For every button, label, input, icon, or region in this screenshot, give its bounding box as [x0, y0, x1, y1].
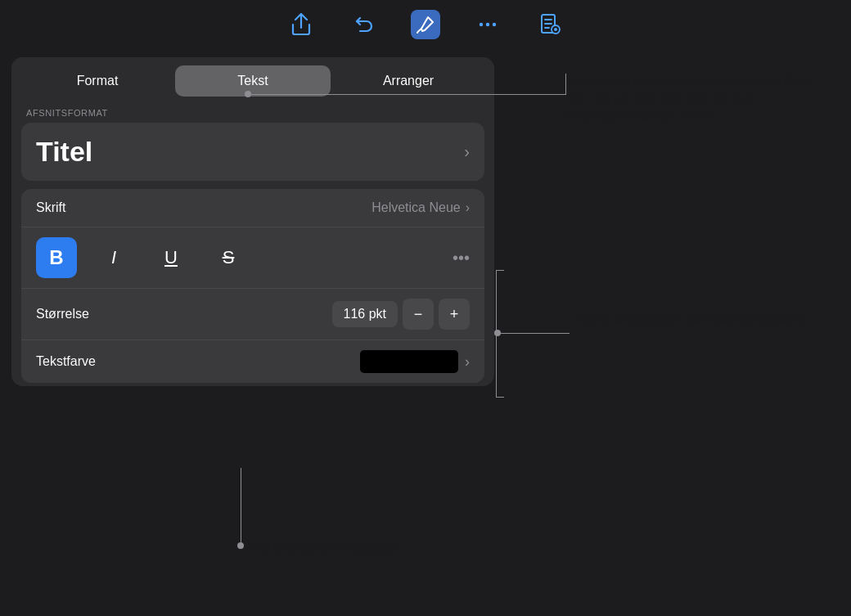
tab-tekst[interactable]: Tekst	[175, 65, 331, 97]
document-icon[interactable]	[535, 10, 565, 39]
format-panel: Format Tekst Arranger AFSNITSFORMAT Tite…	[11, 57, 494, 386]
svg-point-1	[486, 23, 489, 26]
increase-size-button[interactable]: +	[439, 299, 470, 330]
color-row[interactable]: Tekstfarve ›	[21, 339, 484, 383]
bracket-bot-hline	[496, 397, 504, 398]
font-chevron-icon: ›	[466, 200, 470, 215]
callout-text-tekst: Hvis teksten er i en tabelcelle, vises a…	[567, 72, 829, 125]
callout-dot-scroll	[237, 542, 244, 549]
size-row: Størrelse 116 pkt − +	[21, 288, 484, 339]
tab-arranger[interactable]: Arranger	[331, 65, 486, 97]
bracket-top-hline	[496, 270, 504, 271]
ellipsis-icon[interactable]	[473, 10, 502, 39]
callout-text-font: Tryk for at skifte skrift, størrelse ell…	[573, 311, 813, 329]
tabs-row: Format Tekst Arranger	[11, 57, 494, 97]
toolbar	[0, 0, 851, 47]
svg-point-5	[554, 28, 557, 31]
callout-vline-tekst	[565, 74, 566, 95]
callout-dot-tekst	[245, 91, 251, 97]
svg-point-2	[493, 23, 496, 26]
svg-point-0	[480, 23, 483, 26]
callout-line-tekst	[248, 94, 565, 95]
callout-vline-scroll	[241, 468, 241, 546]
tab-format[interactable]: Format	[20, 65, 175, 97]
callout-dot-font	[494, 330, 501, 336]
color-label: Tekstfarve	[36, 354, 360, 369]
strikethrough-button[interactable]: S	[208, 237, 249, 278]
underline-button[interactable]: U	[151, 237, 191, 278]
callout-text-scroll: Rul for at se flere muligheder.	[252, 540, 402, 558]
size-value: 116 pkt	[332, 301, 398, 327]
callout-line-font	[496, 333, 570, 334]
paragraph-style-label: Titel	[36, 136, 92, 168]
font-row[interactable]: Skrift Helvetica Neue ›	[21, 189, 484, 227]
size-label: Størrelse	[36, 307, 332, 321]
more-style-button[interactable]: •••	[453, 249, 470, 268]
undo-icon[interactable]	[349, 10, 378, 39]
font-value: Helvetica Neue ›	[371, 200, 470, 215]
italic-button[interactable]: I	[93, 237, 134, 278]
section-label: AFSNITSFORMAT	[11, 97, 494, 123]
style-buttons-row: B I U S •••	[21, 227, 484, 288]
paragraph-style-card[interactable]: Titel ›	[21, 123, 484, 181]
bold-button[interactable]: B	[36, 237, 77, 278]
font-name: Helvetica Neue	[371, 200, 461, 215]
paragraph-chevron-icon: ›	[464, 142, 470, 161]
brush-icon[interactable]	[411, 10, 440, 39]
share-icon[interactable]	[286, 10, 316, 39]
font-label: Skrift	[36, 200, 65, 215]
decrease-size-button[interactable]: −	[403, 299, 434, 330]
color-swatch	[360, 350, 458, 373]
color-chevron-icon: ›	[465, 353, 470, 371]
